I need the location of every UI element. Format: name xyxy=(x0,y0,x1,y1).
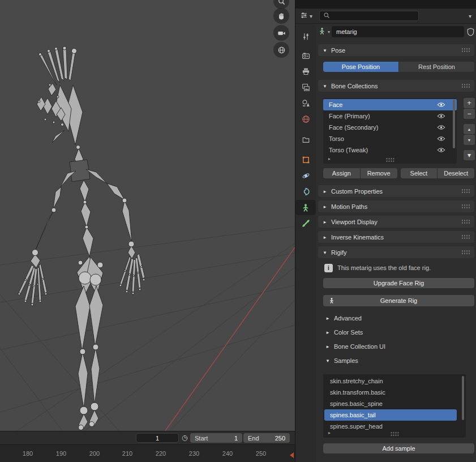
panel-grip-icon[interactable] xyxy=(461,250,470,255)
panel-grip-icon[interactable] xyxy=(461,234,470,239)
end-frame-field[interactable]: End 250 xyxy=(243,433,290,443)
chevron-down-icon: ▾ xyxy=(310,13,312,19)
tab-tool[interactable] xyxy=(295,29,316,44)
tab-bone[interactable] xyxy=(295,216,316,231)
tab-physics[interactable] xyxy=(295,168,316,183)
remove-button[interactable]: Remove xyxy=(361,168,397,178)
subpanel-samples[interactable]: ▾ Samples xyxy=(325,355,474,366)
panel-header-inverse-kinematics[interactable]: ▸ Inverse Kinematics xyxy=(318,231,474,243)
list-resize-grip[interactable]: ▸ xyxy=(323,430,466,437)
sample-row[interactable]: spines.basic_tail xyxy=(324,409,457,421)
panel-grip-icon[interactable] xyxy=(461,204,470,209)
subpanel-bone-collection-ui[interactable]: ▸ Bone Collection UI xyxy=(325,341,474,352)
tab-object-data[interactable] xyxy=(295,200,316,215)
panel-header-custom-properties[interactable]: ▸ Custom Properties xyxy=(318,185,474,197)
start-frame-field[interactable]: Start 1 xyxy=(190,433,242,443)
panel-header-bone-collections[interactable]: ▾ Bone Collections xyxy=(318,80,474,92)
panel-grip-icon[interactable] xyxy=(461,219,470,224)
panel-title: Bone Collections xyxy=(331,83,378,89)
select-button[interactable]: Select xyxy=(401,168,438,178)
rest-position-button[interactable]: Rest Position xyxy=(399,62,474,72)
ruler-label: 190 xyxy=(52,450,71,457)
bone-collection-row[interactable]: Face xyxy=(323,99,457,110)
header-options-chevron-icon[interactable]: ▾ xyxy=(469,13,471,19)
tab-view-layer[interactable] xyxy=(295,80,316,95)
panel-header-pose[interactable]: ▾ Pose xyxy=(318,44,474,56)
chevron-down-icon: ▾ xyxy=(322,83,328,89)
upgrade-face-rig-button[interactable]: Upgrade Face Rig xyxy=(323,278,474,288)
list-resize-grip[interactable]: ▸ xyxy=(323,156,457,163)
pose-position-button[interactable]: Pose Position xyxy=(323,62,398,72)
chevron-right-icon: ▸ xyxy=(322,234,328,240)
start-label: Start xyxy=(195,435,208,442)
subpanel-advanced[interactable]: ▸ Advanced xyxy=(325,313,474,324)
camera-view-icon[interactable] xyxy=(273,25,289,41)
subpanel-title: Color Sets xyxy=(334,329,363,336)
visibility-eye-icon[interactable] xyxy=(437,113,445,119)
chevron-down-icon[interactable]: ▾ xyxy=(328,29,330,35)
samples-list: skin.stretchy_chain skin.transform.basic… xyxy=(323,374,466,438)
bone-collection-name: Face xyxy=(329,101,342,108)
expand-icon[interactable]: ▸ xyxy=(328,430,331,435)
bone-collection-name: Face (Secondary) xyxy=(329,124,378,131)
tab-world[interactable] xyxy=(295,112,316,127)
deselect-button[interactable]: Deselect xyxy=(438,168,474,178)
editor-type-button[interactable]: ▾ xyxy=(299,10,314,22)
add-sample-button[interactable]: Add sample xyxy=(323,443,474,454)
tab-scene[interactable] xyxy=(295,96,316,111)
chevron-right-icon: ▸ xyxy=(322,204,328,209)
subpanel-title: Advanced xyxy=(334,315,362,322)
add-collection-button[interactable]: + xyxy=(464,98,475,108)
tab-output[interactable] xyxy=(295,64,316,79)
list-scrollbar[interactable] xyxy=(453,100,455,148)
chevron-right-icon: ▸ xyxy=(325,315,331,321)
sample-row[interactable]: skin.transform.basic xyxy=(324,387,457,398)
chevron-down-icon: ▾ xyxy=(322,250,328,255)
search-icon xyxy=(323,12,330,20)
move-down-button[interactable]: ▼ xyxy=(464,135,475,145)
shield-icon[interactable] xyxy=(467,28,474,36)
search-input[interactable] xyxy=(319,11,419,21)
panel-grip-icon[interactable] xyxy=(461,83,470,88)
subpanel-color-sets[interactable]: ▸ Color Sets xyxy=(325,327,474,338)
visibility-eye-icon[interactable] xyxy=(437,136,445,142)
rigify-warning: i This metarig uses the old face rig. xyxy=(324,263,474,272)
visibility-eye-icon[interactable] xyxy=(437,125,445,130)
panel-grip-icon[interactable] xyxy=(461,189,470,194)
visibility-eye-icon[interactable] xyxy=(437,147,445,153)
bone-collection-row[interactable]: Face (Primary) xyxy=(323,110,457,122)
tab-constraints[interactable] xyxy=(295,184,316,199)
bone-collection-row[interactable]: Torso xyxy=(323,133,457,144)
panel-title: Inverse Kinematics xyxy=(331,234,384,241)
panel-header-viewport-display[interactable]: ▸ Viewport Display xyxy=(318,216,474,228)
chevron-right-icon: ▸ xyxy=(325,330,331,335)
3d-viewport[interactable] xyxy=(0,0,295,431)
chevron-down-icon: ▾ xyxy=(325,358,331,363)
timeline-ruler[interactable]: 180 190 200 210 220 230 240 250 xyxy=(0,444,295,462)
panel-header-rigify[interactable]: ▾ Rigify xyxy=(318,246,474,258)
perspective-toggle-icon[interactable] xyxy=(273,42,289,58)
id-name-field[interactable]: metarig xyxy=(332,26,464,37)
sample-row[interactable]: skin.stretchy_chain xyxy=(324,375,457,387)
tab-render[interactable] xyxy=(295,48,316,63)
move-up-button[interactable]: ▲ xyxy=(464,124,475,134)
current-frame-field[interactable]: 1 xyxy=(136,433,179,443)
end-label: End xyxy=(248,435,259,442)
bone-collection-row[interactable]: Face (Secondary) xyxy=(323,122,457,133)
assign-button[interactable]: Assign xyxy=(323,168,360,178)
move-hand-icon[interactable] xyxy=(273,8,289,24)
tab-object[interactable] xyxy=(295,152,316,168)
button-label: Generate Rig xyxy=(380,297,417,304)
sample-row[interactable]: spines.basic_spine xyxy=(324,398,457,409)
collection-specials-button[interactable]: ▾ xyxy=(464,150,475,160)
bone-collection-row[interactable]: Torso (Tweak) xyxy=(323,144,457,156)
generate-rig-button[interactable]: Generate Rig xyxy=(323,295,474,306)
list-scrollbar[interactable] xyxy=(462,376,464,420)
visibility-eye-icon[interactable] xyxy=(437,102,445,108)
panel-header-motion-paths[interactable]: ▸ Motion Paths xyxy=(318,200,474,212)
panel-grip-icon[interactable] xyxy=(461,48,470,53)
expand-icon[interactable]: ▸ xyxy=(328,156,331,161)
tab-collection[interactable] xyxy=(295,132,316,147)
remove-collection-button[interactable]: − xyxy=(464,109,475,119)
grip-dots-icon xyxy=(386,157,394,162)
